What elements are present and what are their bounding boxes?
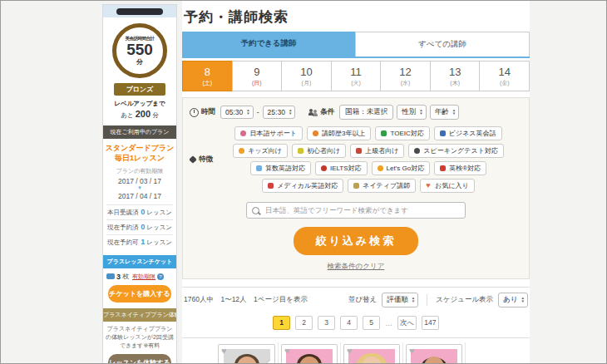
crown-icon: [353, 183, 359, 189]
stepper-icon: [521, 297, 525, 303]
tag-japanese-support[interactable]: 日本語サポート: [234, 126, 303, 140]
tag-favorite[interactable]: ♥お気に入り: [420, 179, 475, 193]
tag-medical-english[interactable]: メディカル英語対応: [262, 179, 343, 193]
date-13[interactable]: 13 (木): [430, 61, 481, 91]
time-from-select[interactable]: 05:30: [220, 106, 254, 119]
tag-speaking-test[interactable]: スピーキングテスト対応: [408, 144, 504, 158]
tag-advanced[interactable]: 上級者向け: [350, 144, 404, 158]
tag-native-teacher[interactable]: ネイティブ講師: [348, 179, 416, 193]
time-label: 時間: [201, 107, 215, 117]
gender-select[interactable]: 性別: [397, 105, 426, 120]
tag-eiken[interactable]: 英検®対応: [434, 161, 486, 175]
sidebar: 英会話時間合計 550 分 ブロンズ レベルアップまで あと 200 分 現在ご…: [102, 4, 177, 364]
heart-icon: ♥: [426, 183, 432, 189]
microphone-icon: [414, 148, 420, 154]
page-3[interactable]: 3: [318, 316, 335, 330]
stepper-icon: [452, 109, 456, 116]
results-bar: 1760人中 1〜12人 1ページ目を表示 並び替え 評価順 スケジュール表示 …: [182, 287, 530, 309]
date-8[interactable]: 8 (土): [182, 61, 233, 91]
stepper-icon: [289, 109, 292, 116]
tag-beginner[interactable]: 初心者向け: [292, 144, 346, 158]
total-time-value: 550: [126, 42, 153, 57]
page: 英会話時間合計 550 分 ブロンズ レベルアップまで あと 200 分 現在ご…: [0, 0, 607, 364]
page-2[interactable]: 2: [295, 316, 313, 330]
redacted-username: [116, 8, 163, 15]
stat-row-available: 現在予約可 1 レッスン: [106, 234, 173, 249]
date-9[interactable]: 9 (日): [232, 61, 283, 91]
main-content: 予約・講師検索 予約できる講師 すべての講師 8 (土) 9 (日) 10 (月…: [182, 1, 530, 364]
smiley-icon: [239, 148, 244, 154]
divider: [427, 294, 427, 306]
buy-ticket-button[interactable]: チケットを購入する: [108, 285, 171, 303]
sort-select[interactable]: 評価順: [382, 293, 418, 307]
schedule-display-label: スケジュール表示: [436, 295, 493, 305]
tag-toeic[interactable]: TOEIC対応: [375, 126, 429, 140]
teacher-photo[interactable]: [286, 349, 333, 364]
tag-ielts[interactable]: IELTS対応: [315, 161, 368, 175]
favorite-heart-icon[interactable]: [409, 346, 415, 356]
ielts-icon: [321, 165, 327, 171]
favorite-heart-icon[interactable]: [221, 346, 227, 356]
tab-bookable-teachers[interactable]: 予約できる講師: [182, 32, 355, 57]
page-5[interactable]: 5: [363, 316, 380, 330]
date-selector: 8 (土) 9 (日) 10 (月) 11 (火) 12 (水) 13 (木): [182, 61, 530, 91]
arrow-down-icon: ▼: [103, 185, 176, 190]
teacher-photo[interactable]: [411, 349, 457, 364]
plan-date-to: 2017 / 04 / 17: [103, 192, 176, 200]
schedule-display-select[interactable]: あり: [498, 293, 528, 307]
flower-icon: [240, 130, 246, 136]
teacher-card-graham[interactable]: Graham (グラハム): [218, 344, 275, 364]
teacher-card-igo[interactable]: Igo (イーゴ): [406, 344, 462, 364]
page-4[interactable]: 4: [340, 316, 358, 330]
teacher-card-emina[interactable]: Emina (エミーナ): [343, 344, 400, 364]
teacher-photo[interactable]: [224, 349, 270, 364]
total-time-section: 英会話時間合計 550 分 ブロンズ レベルアップまで あと 200 分: [103, 17, 176, 120]
stat-row-today: 本日受講済 0 レッスン: [106, 204, 173, 219]
medal-icon: [313, 130, 318, 136]
keyword-input[interactable]: [264, 205, 460, 215]
user-bar: [103, 5, 176, 17]
plan-expiry-label: プランの有効期限: [103, 167, 176, 175]
try-lesson-button[interactable]: レッスンを体験する: [108, 354, 171, 364]
teacher-card-filips[interactable]: Filips (フィリップス): [281, 344, 338, 364]
clear-conditions-link[interactable]: 検索条件のクリア: [190, 262, 522, 272]
tab-all-teachers[interactable]: すべての講師: [355, 32, 530, 57]
filter-search-button[interactable]: 絞り込み検索: [294, 227, 418, 255]
tag-math-english[interactable]: 算数英語対応: [250, 161, 311, 175]
total-time-badge: 英会話時間合計 550 分: [112, 23, 167, 78]
date-10[interactable]: 10 (月): [281, 61, 332, 91]
plan-date-from: 2017 / 03 / 17: [103, 177, 176, 185]
graduation-cap-icon: [356, 148, 362, 154]
date-11[interactable]: 11 (火): [331, 61, 382, 91]
sprout-icon: [298, 148, 304, 154]
last-page-button[interactable]: 147: [422, 316, 439, 330]
tag-kids[interactable]: キッズ向け: [233, 144, 288, 158]
date-14[interactable]: 14 (金): [479, 61, 530, 91]
stepper-icon: [412, 297, 415, 303]
people-icon: [308, 109, 318, 116]
next-page-button[interactable]: 次へ: [397, 316, 417, 330]
favorite-heart-icon[interactable]: [347, 346, 353, 356]
time-to-select[interactable]: 25:30: [263, 106, 296, 119]
blocks-icon: [256, 165, 262, 171]
ticket-icon: [106, 273, 115, 279]
help-icon[interactable]: ?: [157, 273, 164, 280]
tag-3years-experience[interactable]: 講師歴3年以上: [307, 126, 371, 140]
levelup-label: レベルアップまで: [103, 100, 176, 108]
time-condition-row: 時間 05:30 - 25:30 条件 国籍：未選択 性別 年齢: [190, 105, 522, 120]
page-1[interactable]: 1: [273, 316, 290, 330]
nationality-select[interactable]: 国籍：未選択: [339, 105, 393, 120]
tag-business-english[interactable]: ビジネス英会話: [434, 126, 502, 140]
ticket-expiry-link[interactable]: 有効期限: [132, 273, 155, 281]
keyword-search-box: [246, 202, 466, 219]
native-plan-desc: プラスネイティブプランの体験レッスンが2回受講できます※有料: [103, 325, 176, 350]
pagination-ellipsis: …: [385, 319, 392, 327]
eiken-icon: [440, 165, 446, 171]
age-select[interactable]: 年齢: [430, 105, 459, 120]
teacher-photo[interactable]: [348, 349, 395, 364]
rank-badge: ブロンズ: [114, 83, 165, 96]
tag-lets-go[interactable]: Let's Go対応: [372, 161, 431, 175]
favorite-heart-icon[interactable]: [284, 346, 290, 356]
search-form-panel: 時間 05:30 - 25:30 条件 国籍：未選択 性別 年齢: [182, 97, 530, 279]
date-12[interactable]: 12 (水): [380, 61, 431, 91]
